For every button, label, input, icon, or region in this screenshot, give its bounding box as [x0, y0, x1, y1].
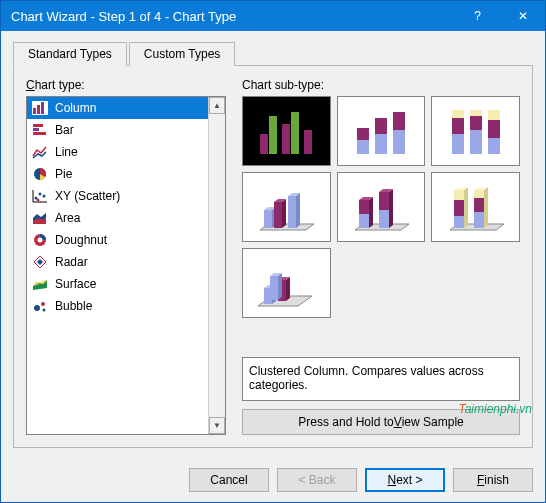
svg-rect-43 — [488, 120, 500, 138]
area-icon — [31, 210, 49, 226]
radar-icon — [31, 254, 49, 270]
svg-marker-57 — [359, 200, 369, 214]
tab-panel: Chart type: Column Bar Line — [13, 65, 533, 448]
list-item-label: Bar — [55, 123, 74, 137]
chart-type-item-column[interactable]: Column — [27, 97, 208, 119]
scroll-down-button[interactable]: ▼ — [209, 417, 225, 434]
chart-type-item-area[interactable]: Area — [27, 207, 208, 229]
svg-rect-29 — [304, 130, 312, 154]
chart-type-item-bubble[interactable]: Bubble — [27, 295, 208, 317]
svg-marker-82 — [270, 276, 278, 300]
list-item-label: Radar — [55, 255, 88, 269]
chart-type-item-surface[interactable]: Surface — [27, 273, 208, 295]
svg-point-12 — [43, 195, 46, 198]
chart-type-label: Chart type: — [26, 78, 226, 92]
subtype-3d-column[interactable] — [242, 248, 331, 318]
svg-rect-6 — [33, 132, 46, 135]
subtype-stacked-column[interactable] — [337, 96, 426, 166]
line-icon — [31, 144, 49, 160]
svg-rect-39 — [470, 130, 482, 154]
list-item-label: Doughnut — [55, 233, 107, 247]
svg-rect-5 — [33, 128, 39, 131]
svg-marker-56 — [359, 214, 369, 228]
listbox-scrollbar[interactable]: ▲ ▼ — [208, 97, 225, 434]
svg-marker-73 — [484, 187, 488, 228]
scroll-up-button[interactable]: ▲ — [209, 97, 225, 114]
titlebar[interactable]: Chart Wizard - Step 1 of 4 - Chart Type … — [1, 1, 545, 31]
chart-type-item-radar[interactable]: Radar — [27, 251, 208, 273]
svg-marker-67 — [454, 190, 464, 200]
finish-button[interactable]: Finish — [453, 468, 533, 492]
surface-icon — [31, 276, 49, 292]
svg-rect-31 — [357, 128, 369, 140]
svg-marker-68 — [464, 187, 468, 228]
svg-point-22 — [34, 305, 40, 311]
list-item-label: Column — [55, 101, 96, 115]
svg-marker-62 — [389, 189, 393, 228]
svg-rect-26 — [269, 116, 277, 154]
chart-type-listbox[interactable]: Column Bar Line Pie — [26, 96, 226, 435]
chart-type-item-scatter[interactable]: XY (Scatter) — [27, 185, 208, 207]
chart-type-item-line[interactable]: Line — [27, 141, 208, 163]
svg-rect-1 — [33, 108, 36, 114]
view-sample-button[interactable]: Press and Hold to View Sample — [242, 409, 520, 435]
svg-rect-30 — [357, 140, 369, 154]
tab-custom-types[interactable]: Custom Types — [129, 42, 235, 66]
svg-marker-61 — [379, 192, 389, 210]
svg-marker-46 — [264, 210, 272, 228]
svg-marker-70 — [474, 212, 484, 228]
svg-point-13 — [37, 199, 40, 202]
svg-marker-52 — [288, 196, 296, 228]
svg-rect-4 — [33, 124, 43, 127]
svg-rect-2 — [37, 105, 40, 114]
chart-type-item-bar[interactable]: Bar — [27, 119, 208, 141]
svg-rect-34 — [393, 130, 405, 154]
dialog-footer: Cancel < Back Next > Finish — [1, 458, 545, 502]
svg-rect-25 — [260, 134, 268, 154]
svg-marker-50 — [282, 199, 286, 228]
3d-column-icon — [254, 256, 318, 310]
svg-marker-80 — [286, 277, 290, 301]
chart-type-column: Chart type: Column Bar Line — [26, 78, 226, 435]
doughnut-icon — [31, 232, 49, 248]
svg-point-24 — [43, 309, 46, 312]
tab-strip: Standard Types Custom Types — [13, 42, 533, 66]
scroll-track[interactable] — [209, 114, 225, 417]
chart-wizard-dialog: Chart Wizard - Step 1 of 4 - Chart Type … — [0, 0, 546, 503]
svg-point-17 — [38, 238, 43, 243]
chart-type-item-pie[interactable]: Pie — [27, 163, 208, 185]
subtype-grid — [242, 96, 520, 318]
svg-marker-58 — [369, 197, 373, 228]
svg-marker-71 — [474, 198, 484, 212]
svg-rect-36 — [452, 134, 464, 154]
svg-rect-41 — [470, 110, 482, 116]
tab-standard-types[interactable]: Standard Types — [13, 42, 127, 66]
close-button[interactable]: ✕ — [500, 1, 545, 31]
help-button[interactable]: ? — [455, 1, 500, 31]
subtype-100-stacked-column[interactable] — [431, 96, 520, 166]
clustered-column-icon — [254, 104, 318, 158]
svg-rect-3 — [41, 102, 44, 114]
list-item-label: Pie — [55, 167, 72, 181]
subtype-3d-100-stacked-column[interactable] — [431, 172, 520, 242]
subtype-clustered-column[interactable] — [242, 96, 331, 166]
svg-rect-42 — [488, 138, 500, 154]
chart-subtype-column: Chart sub-type: — [242, 78, 520, 435]
chart-type-items: Column Bar Line Pie — [27, 97, 208, 434]
svg-marker-72 — [474, 190, 484, 198]
svg-marker-60 — [379, 210, 389, 228]
chart-subtype-label: Chart sub-type: — [242, 78, 520, 92]
svg-rect-44 — [488, 110, 500, 120]
cancel-button[interactable]: Cancel — [189, 468, 269, 492]
percent-stacked-column-icon — [444, 104, 508, 158]
chart-type-item-doughnut[interactable]: Doughnut — [27, 229, 208, 251]
stacked-column-icon — [349, 104, 413, 158]
3d-stacked-column-icon — [349, 180, 413, 234]
next-button[interactable]: Next > — [365, 468, 445, 492]
subtype-empty — [431, 248, 520, 318]
svg-rect-35 — [393, 112, 405, 130]
subtype-3d-clustered-column[interactable] — [242, 172, 331, 242]
subtype-3d-stacked-column[interactable] — [337, 172, 426, 242]
svg-rect-37 — [452, 118, 464, 134]
column-icon — [31, 100, 49, 116]
